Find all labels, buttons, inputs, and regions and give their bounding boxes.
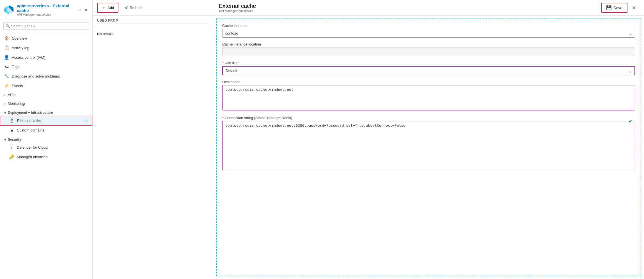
azure-logo xyxy=(4,5,14,15)
refresh-button[interactable]: ↺ Refresh xyxy=(121,4,146,12)
tags-icon: 🏷 xyxy=(4,64,9,69)
use-from-select[interactable]: Default xyxy=(222,66,635,75)
sidebar-item-label-activity-log: Activity log xyxy=(12,46,88,50)
search-icon: 🔍 xyxy=(6,24,10,28)
sidebar-item-access-control[interactable]: 👤 Access control (IAM) xyxy=(0,53,92,62)
middle-panel: ＋ Add ↺ Refresh USED FROM No results xyxy=(93,0,213,279)
overview-icon: 🏠 xyxy=(4,36,9,41)
collapse-sidebar-button[interactable]: « xyxy=(78,7,81,13)
search-input[interactable] xyxy=(3,22,89,30)
cache-instance-location-group: Cache instance location xyxy=(222,42,635,56)
external-cache-icon: 🗄 xyxy=(9,118,14,123)
sidebar-item-diagnose[interactable]: 🔧 Diagnose and solve problems xyxy=(0,71,92,81)
sidebar-header-icons: « ✕ xyxy=(78,7,88,13)
sidebar-item-activity-log[interactable]: 📋 Activity log xyxy=(0,43,92,53)
sidebar-header: apim-serverless - External cache API Man… xyxy=(0,0,92,20)
column-used-from: USED FROM xyxy=(97,19,208,22)
save-button[interactable]: 💾 Save xyxy=(601,3,627,13)
connection-string-label: Connection string (StackExchange.Redis) xyxy=(222,116,635,120)
sidebar-main-subtitle: API Management service xyxy=(17,13,75,16)
description-label: Description xyxy=(222,80,635,84)
close-right-panel-button[interactable]: ✕ xyxy=(630,4,638,12)
connection-string-textarea[interactable]: contoso.redis.cache.windows.net:6380,pas… xyxy=(222,121,635,170)
managed-identities-icon: 🔑 xyxy=(9,154,14,159)
events-icon: ⚡ xyxy=(4,83,9,88)
access-control-icon: 👤 xyxy=(4,55,9,60)
sidebar-item-label-diagnose: Diagnose and solve problems xyxy=(12,74,88,78)
sidebar-title-block: apim-serverless - External cache API Man… xyxy=(17,3,75,16)
toolbar: ＋ Add ↺ Refresh xyxy=(93,0,213,16)
sidebar-item-label-access-control: Access control (IAM) xyxy=(12,55,88,60)
search-bar: 🔍 xyxy=(0,20,92,32)
sidebar-item-label-monitoring: Monitoring xyxy=(8,101,88,106)
add-button-label: Add xyxy=(107,6,114,10)
sidebar-item-label-custom-domains: Custom domains xyxy=(17,128,88,132)
no-results-label: No results xyxy=(93,27,213,40)
cache-instance-select-wrapper: contoso xyxy=(222,29,635,38)
nav-section-deployment-label: Deployment + infrastructure xyxy=(8,111,53,115)
right-panel: External cache API Management service 💾 … xyxy=(213,0,644,279)
nav-section-security[interactable]: ∨ Security xyxy=(0,135,92,143)
use-from-select-wrapper: Default xyxy=(222,66,635,75)
cache-instance-location-input xyxy=(222,47,635,56)
use-from-group: Use from Default xyxy=(222,61,635,75)
sidebar-item-custom-domains[interactable]: 🖥 Custom domains xyxy=(0,126,92,135)
table-header: USED FROM xyxy=(93,16,213,27)
sidebar-item-tags[interactable]: 🏷 Tags xyxy=(0,62,92,71)
add-icon: ＋ xyxy=(102,5,106,10)
sidebar-main-title: apim-serverless - External cache xyxy=(17,3,75,13)
sidebar-item-label-overview: Overview xyxy=(12,36,88,40)
security-chevron-icon: ∨ xyxy=(4,138,6,142)
sidebar-item-apis[interactable]: › APIs xyxy=(0,90,92,99)
apis-chevron: › xyxy=(4,93,5,97)
right-header-title-block: External cache API Management service xyxy=(219,3,256,13)
sidebar-item-label-events: Events xyxy=(12,84,88,88)
description-group: Description contoso.redis.cache.windows.… xyxy=(222,80,635,111)
right-panel-header: External cache API Management service 💾 … xyxy=(213,0,644,16)
connection-string-valid-icon: ✔ xyxy=(629,119,632,124)
sidebar: apim-serverless - External cache API Man… xyxy=(0,0,93,279)
cache-instance-select[interactable]: contoso xyxy=(222,29,635,38)
monitoring-chevron: › xyxy=(4,102,5,105)
diagnose-icon: 🔧 xyxy=(4,74,9,79)
cache-instance-label: Cache instance xyxy=(222,24,635,28)
close-sidebar-button[interactable]: ✕ xyxy=(84,7,88,13)
add-button[interactable]: ＋ Add xyxy=(97,3,118,13)
defender-icon: 🛡 xyxy=(9,145,14,150)
sidebar-item-label-apis: APIs xyxy=(8,93,88,97)
sidebar-item-label-tags: Tags xyxy=(12,65,88,69)
search-row: 🔍 xyxy=(0,20,92,32)
activity-log-icon: 📋 xyxy=(4,45,9,50)
sidebar-item-label-managed-identities: Managed identities xyxy=(17,155,88,159)
right-header-actions: 💾 Save ✕ xyxy=(601,3,638,13)
nav-list: 🏠 Overview 📋 Activity log 👤 Access contr… xyxy=(0,32,92,279)
save-icon: 💾 xyxy=(606,5,612,10)
external-cache-star-icon: ☆ xyxy=(85,119,88,123)
right-panel-title: External cache xyxy=(219,3,256,9)
refresh-button-label: Refresh xyxy=(130,6,143,10)
right-panel-form: Cache instance contoso Cache instance lo… xyxy=(216,19,641,276)
description-textarea[interactable]: contoso.redis.cache.windows.net xyxy=(222,85,635,110)
sidebar-item-defender[interactable]: 🛡 Defender for Cloud xyxy=(0,143,92,152)
connection-string-group: Connection string (StackExchange.Redis) … xyxy=(222,116,635,171)
use-from-label: Use from xyxy=(222,61,635,65)
sidebar-item-label-external-cache: External cache xyxy=(17,119,82,123)
table-divider xyxy=(97,24,208,24)
sidebar-item-external-cache[interactable]: 🗄 External cache ☆ xyxy=(0,116,92,126)
sidebar-item-managed-identities[interactable]: 🔑 Managed identities xyxy=(0,152,92,162)
custom-domains-icon: 🖥 xyxy=(9,128,14,133)
save-button-label: Save xyxy=(613,6,622,10)
cache-instance-group: Cache instance contoso xyxy=(222,24,635,38)
sidebar-item-events[interactable]: ⚡ Events xyxy=(0,81,92,90)
right-panel-subtitle: API Management service xyxy=(219,9,256,13)
nav-section-security-label: Security xyxy=(8,138,21,142)
deployment-chevron-icon: ∨ xyxy=(4,111,6,115)
sidebar-item-monitoring[interactable]: › Monitoring xyxy=(0,99,92,108)
sidebar-item-overview[interactable]: 🏠 Overview xyxy=(0,33,92,43)
sidebar-item-label-defender: Defender for Cloud xyxy=(17,145,88,149)
nav-section-deployment[interactable]: ∨ Deployment + infrastructure xyxy=(0,108,92,116)
cache-instance-location-label: Cache instance location xyxy=(222,42,635,46)
refresh-icon: ↺ xyxy=(125,6,128,10)
